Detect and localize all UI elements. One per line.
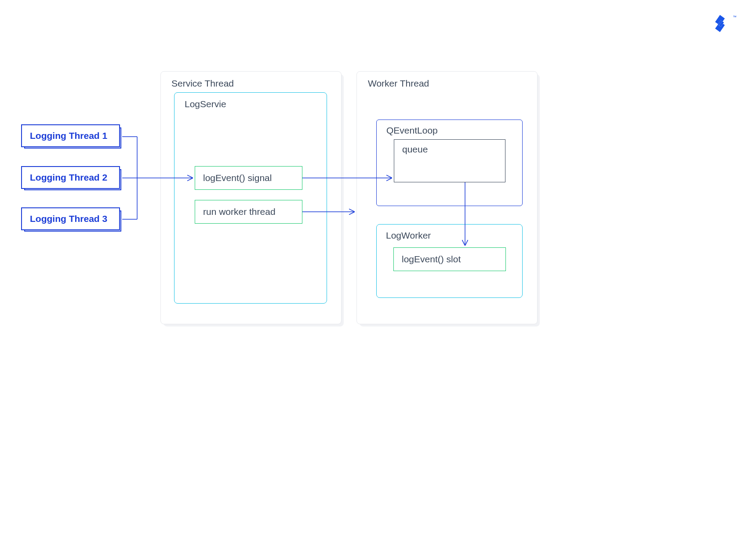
service-thread-title: Service Thread bbox=[171, 78, 234, 89]
logging-thread-3-box: Logging Thread 3 bbox=[21, 207, 120, 230]
logging-thread-2-label: Logging Thread 2 bbox=[30, 172, 107, 183]
brand-logo: ™ bbox=[712, 15, 737, 37]
trademark-symbol: ™ bbox=[733, 15, 737, 19]
queue-label: queue bbox=[402, 144, 428, 155]
run-worker-thread-box: run worker thread bbox=[195, 200, 302, 224]
worker-thread-title: Worker Thread bbox=[368, 78, 429, 89]
log-event-slot-box: logEvent() slot bbox=[393, 247, 506, 271]
logging-thread-3-label: Logging Thread 3 bbox=[30, 214, 107, 224]
logging-thread-1-box: Logging Thread 1 bbox=[21, 124, 120, 147]
log-event-signal-box: logEvent() signal bbox=[195, 166, 302, 190]
log-service-title: LogServie bbox=[185, 99, 226, 109]
logging-thread-1-label: Logging Thread 1 bbox=[30, 130, 107, 141]
qeventloop-title: QEventLoop bbox=[386, 125, 438, 136]
log-worker-title: LogWorker bbox=[386, 230, 431, 241]
logging-thread-2-box: Logging Thread 2 bbox=[21, 166, 120, 189]
log-event-slot-label: logEvent() slot bbox=[402, 254, 461, 265]
log-event-signal-label: logEvent() signal bbox=[203, 173, 272, 183]
run-worker-thread-label: run worker thread bbox=[203, 207, 276, 217]
log-service-box bbox=[174, 92, 327, 304]
